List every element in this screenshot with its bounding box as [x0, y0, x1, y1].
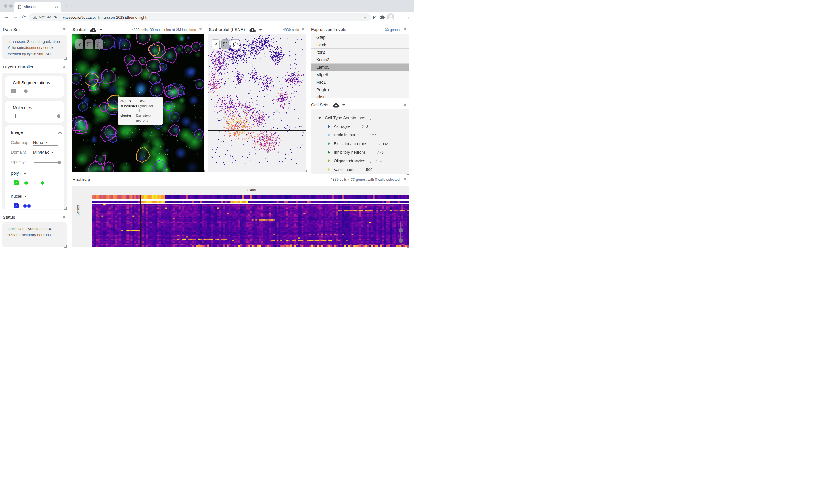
tab-close-icon[interactable]: ✕	[55, 5, 58, 9]
cell-set-item[interactable]: Inhibitory neurons ⋮ 779	[328, 150, 383, 154]
expression-close-icon[interactable]: ✖	[404, 27, 407, 31]
cell-sets-download-cloud-icon[interactable]	[332, 103, 339, 108]
url-text: vitessce.io/?dataset=linnarsson-2018&the…	[63, 15, 147, 19]
browser-profile-avatar[interactable]	[387, 13, 395, 21]
cell-set-item[interactable]: Vasculature ⋮ 500	[328, 167, 372, 172]
new-tab-button[interactable]: +	[65, 3, 68, 9]
cell-type-annotations-node[interactable]: Cell Type Annotations ⋮	[318, 116, 372, 120]
security-label: Not Secure	[39, 15, 57, 19]
channel-select-nuclei[interactable]: nuclei	[11, 194, 28, 199]
cell-segmentations-checkbox[interactable]: ✓	[11, 89, 16, 93]
cell-sets-close-icon[interactable]: ✖	[404, 103, 407, 107]
set-kebab-icon[interactable]: ⋮	[369, 150, 373, 154]
gene-item[interactable]: Mrc1	[311, 79, 409, 86]
channel-select-polyT[interactable]: polyT	[11, 171, 28, 176]
scatterplot-rectangle-select-button[interactable]	[221, 39, 230, 49]
layer-controller-resize-handle[interactable]	[65, 208, 67, 210]
extensions-puzzle-icon[interactable]	[379, 14, 385, 20]
gene-item[interactable]: Plp1	[311, 93, 409, 98]
address-bar[interactable]: Not Secure vitessce.io/?dataset=linnarss…	[29, 13, 371, 21]
spatial-close-icon[interactable]: ✖	[199, 27, 202, 31]
status-resize-handle[interactable]	[65, 245, 67, 248]
window-close-light[interactable]	[4, 4, 7, 8]
dataset-close-icon[interactable]: ✖	[63, 27, 66, 31]
set-kebab-icon[interactable]: ⋮	[371, 142, 374, 146]
spatial-rectangle-select-button[interactable]	[85, 39, 93, 49]
polyT-range-slider[interactable]	[23, 183, 59, 183]
heatmap-zoom-handle-top[interactable]	[399, 228, 403, 232]
heatmap-zoom-slider[interactable]	[401, 221, 401, 241]
gene-item[interactable]: Hexb	[311, 41, 409, 49]
set-kebab-icon[interactable]: ⋮	[358, 168, 362, 172]
spatial-pan-tool-button[interactable]	[75, 39, 83, 49]
nuclei-checkbox[interactable]: ✓	[14, 203, 19, 208]
extension-p-icon[interactable]: P	[373, 15, 376, 19]
heatmap-canvas[interactable]	[92, 194, 409, 246]
spatial-options-caret-icon[interactable]	[100, 29, 102, 31]
molecules-radius-slider[interactable]	[21, 116, 59, 117]
spatial-view[interactable]: Cell ID1857 subclusterPyramidal L3-4 clu…	[72, 34, 204, 172]
scatterplot-pan-tool-button[interactable]	[212, 39, 220, 49]
expression-resize-handle[interactable]	[407, 97, 409, 99]
scatterplot-options-caret-icon[interactable]	[259, 29, 262, 31]
set-color-triangle-icon[interactable]	[328, 133, 330, 137]
set-color-triangle-icon[interactable]	[328, 159, 330, 163]
bookmark-star-icon[interactable]: ☆	[363, 15, 367, 20]
gene-item[interactable]: Pdgfra	[311, 86, 409, 93]
scatterplot-lasso-select-button[interactable]	[231, 39, 239, 49]
gene-item[interactable]: Kcnip2	[311, 56, 409, 63]
spatial-download-cloud-icon[interactable]	[90, 28, 96, 33]
scatterplot-download-cloud-icon[interactable]	[249, 28, 256, 33]
reload-icon[interactable]: ⟳	[22, 14, 26, 19]
set-color-triangle-icon[interactable]	[328, 142, 330, 145]
polyT-kebab-icon[interactable]: ⋮	[60, 170, 64, 175]
heatmap-view[interactable]: Cells Genes	[72, 186, 409, 247]
gene-item[interactable]: Itpr2	[311, 49, 409, 56]
molecules-checkbox[interactable]	[11, 113, 16, 119]
spatial-resize-handle[interactable]	[202, 170, 205, 172]
set-color-triangle-icon[interactable]	[328, 125, 330, 128]
cell-type-annotations-kebab-icon[interactable]: ⋮	[369, 116, 372, 120]
set-kebab-icon[interactable]: ⋮	[369, 159, 372, 163]
gene-item[interactable]: Mfge8	[311, 71, 409, 79]
window-minimize-light[interactable]	[9, 4, 13, 8]
forward-icon[interactable]: →	[13, 14, 18, 19]
nuclei-range-slider[interactable]	[23, 206, 59, 206]
tree-collapse-icon[interactable]	[318, 117, 322, 119]
scatterplot-close-icon[interactable]: ✖	[301, 27, 304, 31]
set-color-triangle-icon[interactable]	[328, 168, 330, 171]
nuclei-kebab-icon[interactable]: ⋮	[60, 193, 64, 198]
dataset-resize-handle[interactable]	[65, 57, 67, 60]
cell-set-item[interactable]: Brain immune ⋮ 127	[328, 133, 376, 137]
set-kebab-icon[interactable]: ⋮	[362, 133, 366, 137]
scatterplot-canvas[interactable]	[208, 34, 306, 172]
set-kebab-icon[interactable]: ⋮	[354, 125, 358, 129]
opacity-slider[interactable]	[34, 163, 59, 163]
cell-sets-options-caret-icon[interactable]	[342, 104, 345, 106]
back-icon[interactable]: ←	[5, 14, 9, 19]
status-panel-title: Status	[3, 215, 15, 220]
cell-set-item[interactable]: Astrocyte ⋮ 218	[328, 124, 368, 129]
cell-segmentations-opacity-slider[interactable]	[21, 91, 59, 91]
heatmap-resize-handle[interactable]	[407, 245, 409, 248]
scatterplot-resize-handle[interactable]	[304, 170, 307, 172]
status-close-icon[interactable]: ✖	[63, 215, 66, 219]
colormap-select[interactable]: None	[33, 140, 58, 146]
heatmap-zoom-handle-bottom[interactable]	[399, 238, 403, 243]
cell-set-item[interactable]: Excitatory neurons ⋮ 2,092	[328, 141, 388, 146]
layer-controller-close-icon[interactable]: ✖	[63, 65, 66, 69]
cell-sets-resize-handle[interactable]	[407, 172, 409, 175]
gene-item[interactable]: Gfap	[311, 34, 409, 41]
chevron-up-icon[interactable]	[58, 131, 62, 135]
scatterplot-view[interactable]	[208, 34, 306, 172]
browser-menu-kebab-icon[interactable]: ⋮	[406, 15, 410, 20]
heatmap-close-icon[interactable]: ✖	[404, 177, 407, 181]
spatial-lasso-select-button[interactable]	[95, 39, 103, 49]
browser-tab[interactable]: Vitessce ✕	[14, 2, 61, 12]
set-color-triangle-icon[interactable]	[328, 150, 330, 154]
gene-list: Gfap Hexb Itpr2 Kcnip2 Lamp5 Mfge8 Mrc1 …	[311, 34, 409, 98]
domain-select[interactable]: Min/Max	[33, 150, 58, 155]
gene-item-selected[interactable]: Lamp5	[311, 63, 409, 71]
cell-set-item[interactable]: Oligodendrocytes ⋮ 957	[328, 158, 383, 163]
polyT-checkbox[interactable]: ✓	[14, 180, 19, 185]
